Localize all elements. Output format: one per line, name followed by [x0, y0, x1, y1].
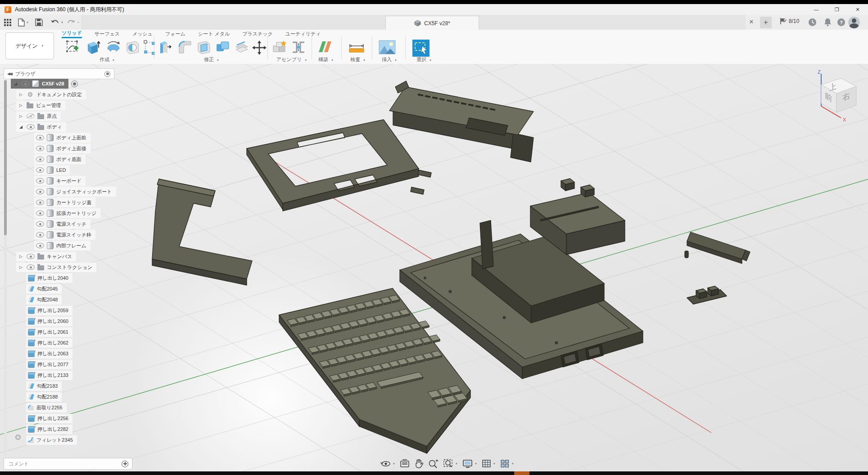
browser-tree-row[interactable]: 勾配2183 [26, 381, 116, 391]
browser-tree-row[interactable]: LED [34, 165, 116, 175]
recent-activity-clock-icon[interactable] [808, 18, 818, 27]
expander-icon[interactable] [18, 92, 24, 97]
browser-tree-row[interactable]: 原点 [16, 111, 116, 121]
notifications-bell-icon[interactable] [823, 18, 833, 27]
fillet-icon[interactable] [177, 40, 193, 55]
browser-tree-row[interactable]: ドキュメントの設定 [16, 89, 116, 100]
visibility-eye-icon[interactable] [27, 254, 35, 259]
ribbon-tab[interactable]: プラスチック [242, 31, 273, 37]
group-label-assemble[interactable]: アセンブリ ▼ [276, 56, 307, 63]
display-settings-button[interactable]: ▼ [462, 459, 477, 469]
group-label-construct[interactable]: 構築 ▼ [318, 56, 334, 63]
insert-canvas-icon[interactable] [378, 40, 396, 55]
visibility-eye-icon[interactable] [27, 124, 35, 130]
model-part-body-top-front[interactable] [247, 120, 431, 211]
model-part-body-top-rear[interactable] [389, 81, 533, 162]
undo-button[interactable]: ▼ [50, 18, 63, 27]
3d-viewport[interactable]: Z X 上 前 右 ◀◀ ブラウザ [0, 64, 868, 471]
minimize-button[interactable]: — [806, 4, 827, 15]
browser-tree-row[interactable]: ボディ [16, 121, 116, 132]
browser-tree-row[interactable]: 押し出し2063 [26, 348, 116, 359]
expander-icon[interactable] [18, 114, 24, 118]
group-label-modify[interactable]: 修正 ▼ [204, 56, 219, 63]
browser-tree-row[interactable]: 電源スイッチ [34, 219, 116, 229]
browser-tree-row[interactable]: 押し出し2060 [26, 316, 116, 327]
job-status[interactable]: 8/10 [780, 18, 799, 25]
visibility-eye-icon[interactable] [36, 178, 44, 184]
browser-scrollbar[interactable] [4, 80, 7, 456]
ribbon-tab[interactable]: シート メタル [198, 31, 230, 37]
file-menu-button[interactable]: ▼ [18, 18, 29, 27]
ribbon-tab[interactable]: ソリッド [62, 30, 82, 38]
group-label-inspect[interactable]: 検査 ▼ [350, 56, 366, 63]
fit-button[interactable]: ▼ [443, 459, 458, 469]
browser-panel-header[interactable]: ◀◀ ブラウザ [4, 68, 114, 79]
maximize-button[interactable]: ❐ [827, 4, 847, 15]
revolve-icon[interactable] [105, 40, 122, 55]
visibility-eye-icon[interactable] [36, 243, 44, 248]
visibility-eye-icon[interactable] [21, 81, 29, 86]
ribbon-tab[interactable]: サーフェス [95, 31, 120, 37]
shell-icon[interactable] [196, 40, 212, 55]
app-grid-icon[interactable] [4, 18, 12, 27]
browser-tree-row[interactable]: カートリッジ蓋 [34, 197, 116, 208]
browser-tree-row[interactable]: 押し出し2256 [26, 413, 116, 424]
visibility-eye-icon[interactable] [27, 264, 35, 270]
browser-tree-row[interactable]: 勾配2048 [26, 294, 116, 305]
ribbon-tab[interactable]: ユーティリティ [285, 31, 321, 37]
browser-tree-row[interactable]: キーボード [34, 175, 116, 186]
workspace-selector[interactable]: デザイン ▼ [5, 32, 54, 59]
joint-icon[interactable] [291, 40, 306, 55]
browser-tree-row[interactable]: 押し出し2040 [26, 273, 116, 283]
ribbon-tab[interactable]: フォーム [165, 31, 185, 37]
model-part-power-switch[interactable] [561, 179, 594, 197]
close-button[interactable]: ✕ [847, 4, 868, 15]
expander-icon[interactable] [18, 103, 24, 108]
visibility-eye-icon[interactable] [36, 167, 44, 173]
visibility-eye-icon[interactable] [36, 221, 44, 227]
user-avatar[interactable] [848, 17, 860, 28]
browser-tree-row[interactable]: 面取り2255 [26, 402, 116, 413]
visibility-eye-icon[interactable] [36, 232, 44, 238]
activate-component-radio[interactable] [71, 81, 78, 87]
group-label-create[interactable]: 作成 ▼ [99, 56, 115, 63]
hole-icon[interactable] [125, 40, 140, 55]
browser-tree-row[interactable]: ボディ底面 [34, 154, 116, 165]
expander-icon[interactable] [18, 265, 24, 269]
combine-icon[interactable] [215, 40, 231, 55]
visibility-eye-icon[interactable] [36, 146, 44, 151]
browser-tree-row[interactable]: ジョイスティックポート [34, 186, 116, 197]
browser-tree-row[interactable]: ボディ上面前 [34, 132, 116, 143]
visibility-eye-icon[interactable] [36, 200, 44, 205]
browser-dock-icon[interactable] [104, 71, 110, 77]
expander-icon[interactable] [13, 81, 18, 86]
create-sketch-icon[interactable] [66, 40, 80, 55]
browser-tree-row[interactable]: コンストラクション [16, 262, 116, 273]
group-label-insert[interactable]: 挿入 ▼ [382, 56, 397, 63]
document-tab[interactable]: CX5F v28* [385, 16, 479, 30]
visibility-eye-icon[interactable] [36, 211, 44, 216]
group-label-select[interactable]: 選択 ▼ [416, 56, 432, 63]
browser-tree-row[interactable]: 電源スイッチ枠 [34, 229, 116, 240]
offset-face-icon[interactable] [234, 40, 249, 54]
browser-tree-row[interactable]: 押し出し2059 [26, 305, 116, 316]
model-part-inner-frame[interactable] [152, 179, 252, 285]
browser-tree-row[interactable]: 押し出し2077 [26, 359, 116, 370]
comment-input[interactable]: コメント [4, 458, 132, 470]
visibility-eye-icon[interactable] [36, 189, 44, 194]
browser-tree-row[interactable]: CX5F v28 [11, 78, 116, 89]
model-part-cartridge-lid[interactable] [685, 232, 750, 264]
browser-tree-row[interactable]: 押し出し2061 [26, 327, 116, 337]
viewports-button[interactable]: ▼ [500, 459, 514, 469]
expander-icon[interactable] [18, 254, 24, 259]
select-icon[interactable] [412, 40, 429, 57]
view-cube[interactable]: Z X 上 前 右 [805, 67, 864, 122]
orbit-button[interactable]: ▼ [380, 459, 395, 469]
visibility-eye-icon[interactable] [36, 135, 44, 140]
save-button[interactable] [35, 18, 43, 27]
browser-tree-row[interactable]: 押し出し2062 [26, 337, 116, 348]
look-at-button[interactable] [400, 459, 410, 469]
extrude-icon[interactable] [86, 40, 101, 56]
browser-tree-row[interactable]: 勾配2045 [26, 283, 116, 294]
press-pull-icon[interactable] [158, 40, 173, 55]
